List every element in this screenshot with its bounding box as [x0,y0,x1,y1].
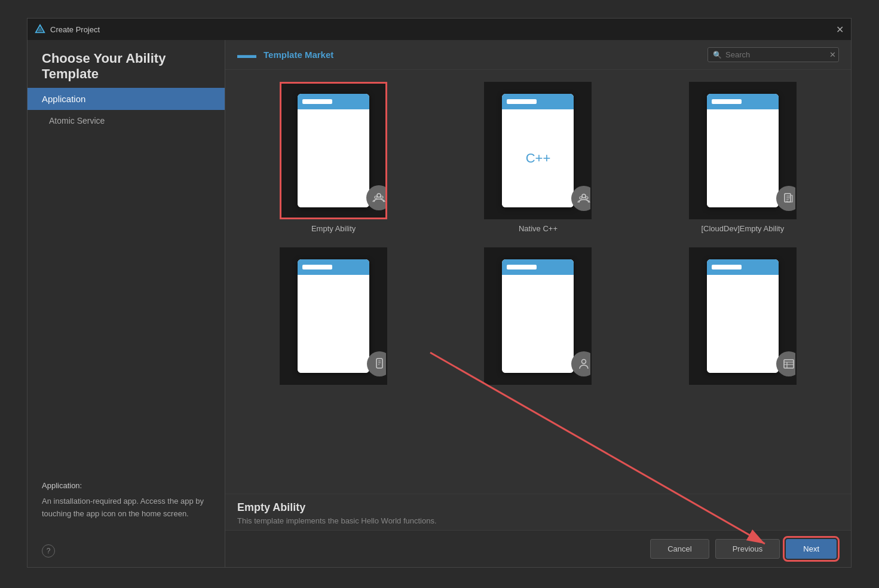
phone-body-5 [502,275,574,373]
svg-point-2 [377,194,381,197]
phone-header-bar-3 [712,99,742,104]
window-body: Choose Your Ability Template Application… [27,40,851,567]
cancel-button[interactable]: Cancel [650,539,709,559]
help-area: ? [27,535,225,567]
title-bar: Create Project ✕ [27,19,851,40]
window-title: Create Project [50,25,100,34]
template-card-empty-ability[interactable]: Empty Ability [237,79,430,235]
search-clear-icon[interactable]: ✕ [829,50,836,59]
svg-point-4 [381,196,383,198]
card-preview-native-cpp: C++ [484,82,592,219]
phone-header-3 [707,94,779,109]
right-panel-header: ▬▬ Template Market 🔍 ✕ [225,40,851,70]
badge-2 [571,186,592,211]
phone-header-bar-6 [712,265,742,270]
card-preview-5 [484,247,592,385]
page-heading: Choose Your Ability Template [27,40,225,88]
cpp-label: C++ [526,151,551,166]
sidebar-item-atomic-service[interactable]: Atomic Service [27,110,225,131]
badge-3 [776,186,797,211]
phone-body-3 [707,109,779,207]
phone-header-6 [707,259,779,275]
phone-header-bar-5 [507,265,537,270]
svg-rect-11 [784,360,794,368]
help-button[interactable]: ? [42,544,55,558]
template-info-section: Empty Ability This template implements t… [225,494,851,530]
left-panel-description: Application: An installation-required ap… [27,466,225,535]
phone-mockup-3 [707,94,779,207]
close-button[interactable]: ✕ [836,24,844,35]
badge-6 [776,351,797,376]
phone-header-4 [298,259,369,275]
template-market-icon: ▬▬ [237,50,256,60]
phone-mockup-1 [298,94,369,207]
footer: Cancel Previous Next [225,530,851,567]
card-preview-empty-ability [280,82,387,219]
phone-header-2 [502,94,574,109]
templates-grid: Empty Ability C++ [225,70,851,494]
description-title: Application: [42,480,210,492]
phone-body-2: C++ [502,109,574,207]
phone-header-1 [298,94,369,109]
sidebar-item-application[interactable]: Application [27,88,225,110]
phone-mockup-6 [707,259,779,373]
phone-body-6 [707,275,779,373]
phone-body-1 [298,109,369,207]
svg-point-5 [582,194,586,198]
previous-button[interactable]: Previous [715,539,780,559]
template-card-5[interactable] [442,245,634,392]
app-icon [35,24,45,35]
svg-point-6 [580,197,582,199]
template-market-label: Template Market [264,50,333,60]
phone-header-bar-2 [507,99,537,104]
badge-4 [367,351,387,376]
phone-header-bar-1 [302,99,332,104]
left-panel-content: Application Atomic Service [27,88,225,466]
search-icon: 🔍 [713,51,722,59]
phone-header-bar-4 [302,265,332,270]
phone-mockup-2: C++ [502,94,574,207]
main-window: Create Project ✕ Choose Your Ability Tem… [27,18,852,568]
left-panel: Choose Your Ability Template Application… [27,40,225,567]
phone-body-4 [298,275,369,373]
badge-1 [366,185,387,210]
badge-5 [571,351,592,376]
card-label-native-cpp: Native C++ [519,224,558,233]
phone-header-5 [502,259,574,275]
phone-mockup-5 [502,259,574,373]
title-bar-left: Create Project [35,24,100,35]
template-info-title: Empty Ability [237,501,839,514]
description-body: An installation-required app. Access the… [42,495,210,520]
card-label-empty-ability: Empty Ability [311,224,356,233]
card-preview-4 [280,247,387,385]
card-preview-clouddev [689,82,797,219]
svg-point-3 [375,196,377,198]
svg-point-10 [582,360,586,364]
search-box: 🔍 ✕ [708,47,839,62]
phone-mockup-4 [298,259,369,373]
card-preview-6 [689,247,797,385]
template-card-6[interactable] [647,245,839,392]
next-button[interactable]: Next [786,539,837,559]
svg-rect-9 [376,359,382,368]
template-card-clouddev[interactable]: [CloudDev]Empty Ability [647,79,839,235]
svg-point-7 [586,197,588,199]
template-card-4[interactable] [237,245,430,392]
card-label-clouddev: [CloudDev]Empty Ability [701,224,784,233]
template-card-native-cpp[interactable]: C++ [442,79,634,235]
template-info-description: This template implements the basic Hello… [237,516,839,525]
right-panel: ▬▬ Template Market 🔍 ✕ [225,40,851,567]
search-input[interactable] [725,50,826,59]
